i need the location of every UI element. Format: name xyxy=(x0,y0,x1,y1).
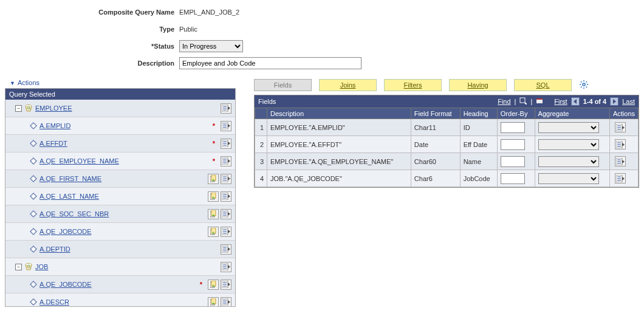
grid-row: 3EMPLOYEE."A.QE_EMPLOYEE_NAME"Char60Name xyxy=(255,153,639,170)
col-heading[interactable]: Heading xyxy=(460,108,497,119)
menu-button[interactable] xyxy=(221,156,231,166)
menu-button[interactable] xyxy=(221,103,231,114)
field-label[interactable]: A.QE_LAST_NAME xyxy=(39,193,99,200)
fields-grid: Fields Find | | First 1-4 of 4 xyxy=(254,95,639,188)
tab-sql[interactable]: SQL xyxy=(514,79,572,91)
copy-button[interactable]: + xyxy=(208,209,219,219)
svg-line-100 xyxy=(586,87,587,88)
menu-button[interactable] xyxy=(221,244,231,255)
orderby-input[interactable] xyxy=(501,173,525,184)
tree-field[interactable]: A.EFFDT* xyxy=(5,135,235,153)
menu-button[interactable] xyxy=(221,139,231,149)
row-actions xyxy=(609,153,638,170)
name-label: Composite Query Name xyxy=(0,9,179,16)
menu-button[interactable] xyxy=(221,297,231,307)
tree-field[interactable]: A.DESCR+ xyxy=(5,293,235,306)
menu-button[interactable] xyxy=(221,262,231,272)
row-aggregate-cell xyxy=(535,153,609,170)
copy-button[interactable]: + xyxy=(208,227,219,237)
copy-button[interactable]: + xyxy=(208,280,219,290)
field-label[interactable]: A.DEPTID xyxy=(39,245,70,253)
grid-last[interactable]: Last xyxy=(622,98,635,105)
menu-button[interactable] xyxy=(615,139,626,149)
tree-field[interactable]: A.QE_JOBCODE+ xyxy=(5,223,235,241)
status-select[interactable]: In Progress xyxy=(179,40,243,52)
gear-icon[interactable] xyxy=(579,80,589,91)
tab-having[interactable]: Having xyxy=(449,79,507,91)
aggregate-select[interactable] xyxy=(538,173,599,184)
field-label[interactable]: A.QE_FIRST_NAME xyxy=(39,175,101,182)
prev-icon[interactable] xyxy=(571,97,580,106)
collapse-icon[interactable]: − xyxy=(15,264,22,270)
aggregate-select[interactable] xyxy=(538,156,599,167)
field-label[interactable]: A.QE_JOBCODE xyxy=(39,281,92,288)
grid-first[interactable]: First xyxy=(554,98,567,105)
tree-field[interactable]: A.QE_EMPLOYEE_NAME* xyxy=(5,153,235,170)
field-label[interactable]: A.DESCR xyxy=(39,298,69,306)
tree-field[interactable]: A.DEPTID xyxy=(5,241,235,258)
group-label[interactable]: EMPLOYEE xyxy=(35,105,72,112)
svg-line-101 xyxy=(581,87,582,88)
orderby-input[interactable] xyxy=(501,122,525,133)
tree-body[interactable]: −EMPLOYEEA.EMPLID*A.EFFDT*A.QE_EMPLOYEE_… xyxy=(5,100,235,306)
pipe1: | xyxy=(515,98,516,105)
tab-fields[interactable]: Fields xyxy=(254,79,312,91)
field-label[interactable]: A.QE_JOBCODE xyxy=(39,228,92,235)
menu-button[interactable] xyxy=(221,227,231,237)
description-input[interactable] xyxy=(179,57,361,69)
next-icon[interactable] xyxy=(610,97,618,106)
col-description[interactable]: Description xyxy=(267,108,411,119)
aggregate-select[interactable] xyxy=(538,122,599,133)
actions-dropdown[interactable]: Actions xyxy=(10,79,236,86)
orderby-input[interactable] xyxy=(501,156,525,167)
menu-button[interactable] xyxy=(221,174,231,184)
menu-button[interactable] xyxy=(615,173,626,184)
desc-label: Description xyxy=(0,60,179,67)
tree-field[interactable]: A.QE_SOC_SEC_NBR+ xyxy=(5,205,235,223)
tree-group-job[interactable]: −JOB xyxy=(5,258,235,276)
collapse-icon[interactable]: − xyxy=(15,105,22,112)
col-actions: Actions xyxy=(609,108,638,119)
field-label[interactable]: A.QE_EMPLOYEE_NAME xyxy=(39,157,119,165)
col-orderby[interactable]: Order-By xyxy=(497,108,535,119)
svg-marker-113 xyxy=(622,126,625,129)
row-num: 2 xyxy=(255,136,267,153)
tab-filters[interactable]: Filters xyxy=(384,79,442,91)
tab-joins[interactable]: Joins xyxy=(319,79,377,91)
menu-button[interactable] xyxy=(221,209,231,219)
field-label[interactable]: A.QE_SOC_SEC_NBR xyxy=(39,210,109,218)
grid-row: 4JOB."A.QE_JOBCODE"Char6JobCode xyxy=(255,170,639,187)
col-format[interactable]: Field Format xyxy=(411,108,460,119)
tree-field[interactable]: A.QE_FIRST_NAME+ xyxy=(5,170,235,188)
copy-button[interactable]: + xyxy=(208,191,219,202)
svg-marker-20 xyxy=(30,158,36,164)
zoom-icon[interactable] xyxy=(519,97,527,106)
tree-field[interactable]: A.EMPLID* xyxy=(5,117,235,135)
menu-button[interactable] xyxy=(221,191,231,202)
find-link[interactable]: Find xyxy=(498,98,510,105)
tree-group-employee[interactable]: −EMPLOYEE xyxy=(5,100,235,117)
col-aggregate[interactable]: Aggregate xyxy=(535,108,609,119)
svg-marker-13 xyxy=(228,124,230,128)
menu-button[interactable] xyxy=(615,156,626,166)
svg-marker-25 xyxy=(228,159,230,163)
svg-marker-35 xyxy=(30,193,36,199)
tree-field[interactable]: A.QE_LAST_NAME+ xyxy=(5,188,235,205)
tree-field[interactable]: A.QE_JOBCODE*+ xyxy=(5,276,235,293)
row-desc: EMPLOYEE."A.EMPLID" xyxy=(267,119,411,136)
menu-button[interactable] xyxy=(615,122,626,132)
aggregate-select[interactable] xyxy=(538,139,599,150)
field-icon xyxy=(30,122,37,129)
copy-button[interactable]: + xyxy=(208,297,219,307)
orderby-input[interactable] xyxy=(501,139,525,150)
menu-button[interactable] xyxy=(221,280,231,290)
field-label[interactable]: A.EFFDT xyxy=(39,140,67,147)
menu-button[interactable] xyxy=(221,121,231,131)
row-orderby-cell xyxy=(497,136,535,153)
row-heading: Eff Date xyxy=(460,136,497,153)
download-icon[interactable] xyxy=(536,97,543,106)
field-label[interactable]: A.EMPLID xyxy=(39,122,70,129)
row-actions xyxy=(609,119,638,136)
group-label[interactable]: JOB xyxy=(35,263,48,270)
copy-button[interactable]: + xyxy=(208,174,219,184)
